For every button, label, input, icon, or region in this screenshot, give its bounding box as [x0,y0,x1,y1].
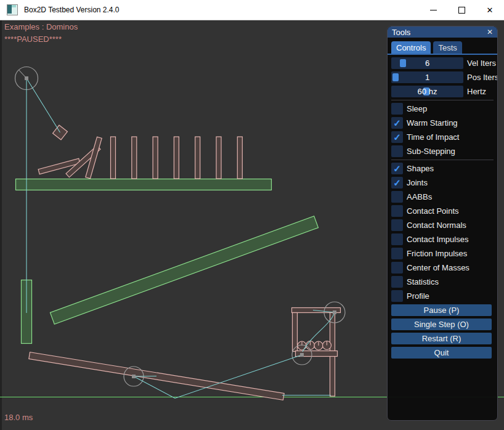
restart-button[interactable]: Restart (R) [391,333,492,344]
checkbox-group: Sleep✓Warm Starting✓Time of ImpactSub-St… [391,103,494,302]
slider-label-vel-iters: Vel Iters [467,59,496,68]
checkbox-box-friction-impulses[interactable] [391,248,403,259]
slider-group: 6Vel Iters1Pos Iters60 hzHertz [391,57,494,97]
tab-bar: Controls Tests [391,41,494,54]
checkbox-joints[interactable]: ✓Joints [391,177,494,189]
maximize-icon [458,7,465,14]
domino-standing[interactable] [111,137,116,179]
slider-row-hertz: 60 hzHertz [391,86,494,97]
checkbox-warm-starting[interactable]: ✓Warm Starting [391,117,494,129]
check-icon: ✓ [393,178,401,187]
slider-vel-iters[interactable]: 6 [391,57,463,69]
maximize-button[interactable] [447,0,476,20]
checkbox-box-center-of-masses[interactable] [391,262,403,274]
tab-underline [388,54,497,55]
checkbox-friction-impulses[interactable]: Friction Impulses [391,248,494,259]
check-icon: ✓ [393,118,401,128]
checkbox-profile[interactable]: Profile [391,290,494,302]
domino-standing[interactable] [195,137,200,179]
single-step-button[interactable]: Single Step (O) [391,318,492,330]
checkbox-contact-impulses[interactable]: Contact Impulses [391,233,494,245]
checkbox-box-joints[interactable]: ✓ [391,177,403,189]
checkbox-time-of-impact[interactable]: ✓Time of Impact [391,131,494,143]
checkbox-box-shapes[interactable]: ✓ [391,163,403,174]
checkbox-sub-stepping[interactable]: Sub-Stepping [391,145,494,157]
slider-hertz[interactable]: 60 hz [391,86,463,97]
example-label: Examples : Dominos [4,22,78,31]
quit-button[interactable]: Quit [391,347,492,359]
checkbox-label-statistics: Statistics [407,277,439,286]
checkbox-aabbs[interactable]: AABBs [391,191,494,203]
slider-row-vel-iters: 6Vel Iters [391,57,494,69]
checkbox-label-contact-impulses: Contact Impulses [407,235,468,244]
domino-standing[interactable] [132,137,137,179]
anchor-marker [132,375,136,378]
window-title-bar[interactable]: Box2D Testbed Version 2.4.0 ✕ [0,0,504,20]
checkbox-label-joints: Joints [407,178,428,187]
slider-pos-iters[interactable]: 1 [391,71,463,83]
tools-close-icon[interactable]: ✕ [487,28,493,36]
joint-line [134,376,156,377]
checkbox-label-time-of-impact: Time of Impact [407,132,459,142]
slider-row-pos-iters: 1Pos Iters [391,71,494,83]
slider-value-vel-iters: 6 [391,57,463,69]
tab-tests[interactable]: Tests [433,41,461,54]
tools-panel-title: Tools [392,28,410,37]
minimize-button[interactable] [419,0,447,20]
tools-panel: Tools ✕ Controls Tests 6Vel Iters1Pos It… [387,26,498,421]
checkbox-contact-points[interactable]: Contact Points [391,205,494,217]
close-button[interactable]: ✕ [476,0,504,20]
sloped-beam [50,216,318,324]
separator [391,160,494,160]
domino-standing[interactable] [237,137,242,179]
check-icon: ✓ [393,164,401,173]
checkbox-box-contact-normals[interactable] [391,219,403,231]
frame-time-label: 18.0 ms [4,413,33,422]
checkbox-box-aabbs[interactable] [391,191,403,203]
tab-controls[interactable]: Controls [391,41,431,54]
button-group: Pause (P)Single Step (O)Restart (R)Quit [391,304,494,359]
checkbox-box-profile[interactable] [391,290,403,302]
tools-panel-title-bar[interactable]: Tools ✕ [388,26,497,38]
checkbox-statistics[interactable]: Statistics [391,276,494,288]
cradle-left-post[interactable] [293,313,298,352]
checkbox-label-friction-impulses: Friction Impulses [407,249,467,258]
checkbox-sleep[interactable]: Sleep [391,103,494,115]
slider-label-pos-iters: Pos Iters [467,73,498,82]
pause-button[interactable]: Pause (P) [391,304,492,316]
checkbox-contact-normals[interactable]: Contact Normals [391,219,494,231]
anchor-marker [25,76,28,80]
checkbox-label-profile: Profile [407,291,429,301]
checkbox-label-aabbs: AABBs [407,192,432,201]
checkbox-box-contact-impulses[interactable] [391,233,403,245]
anchor-marker [300,353,304,357]
checkbox-label-shapes: Shapes [407,164,434,173]
paused-label: ****PAUSED**** [4,34,62,44]
domino-standing[interactable] [174,137,179,179]
window-title: Box2D Testbed Version 2.4.0 [24,6,120,14]
checkbox-box-time-of-impact[interactable]: ✓ [391,131,403,143]
checkbox-box-sub-stepping[interactable] [391,145,403,157]
checkbox-label-warm-starting: Warm Starting [407,118,458,128]
checkbox-box-sleep[interactable] [391,103,403,115]
joint-line [26,78,60,132]
domino-standing[interactable] [216,137,221,179]
checkbox-label-contact-normals: Contact Normals [407,221,466,230]
checkbox-label-contact-points: Contact Points [407,206,459,216]
checkbox-box-warm-starting[interactable]: ✓ [391,117,403,129]
check-icon: ✓ [393,132,401,142]
checkbox-shapes[interactable]: ✓Shapes [391,163,494,174]
checkbox-center-of-masses[interactable]: Center of Masses [391,262,494,274]
slider-value-hertz: 60 hz [391,86,463,97]
checkbox-box-contact-points[interactable] [391,205,403,217]
domino-standing[interactable] [153,137,158,179]
minimize-icon [430,10,437,10]
checkbox-label-center-of-masses: Center of Masses [407,263,469,272]
checkbox-box-statistics[interactable] [391,276,403,288]
domino-platform [16,179,272,190]
separator [391,100,494,100]
checkbox-label-sleep: Sleep [407,104,427,113]
anchor-marker [333,310,336,314]
checkbox-label-sub-stepping: Sub-Stepping [407,147,455,156]
app-icon [7,4,18,15]
